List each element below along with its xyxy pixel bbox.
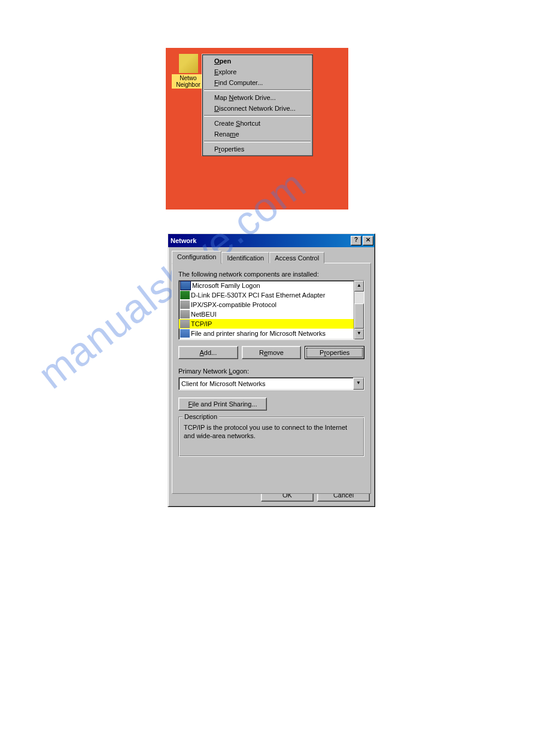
tab-panel-configuration: The following network components are ins… [172,263,371,494]
list-item-selected[interactable]: TCP/IP [179,319,354,329]
combo-value: Client for Microsoft Networks [179,380,353,387]
properties-button[interactable]: Properties [305,346,364,359]
protocol-icon [180,310,190,318]
menu-explore[interactable]: Explore [203,66,311,77]
tab-configuration[interactable]: Configuration [172,251,221,264]
remove-button[interactable]: Remove [242,346,302,359]
context-menu: Open Explore Find Computer... Map Networ… [202,54,313,156]
help-button[interactable]: ? [351,236,361,245]
window-title: Network [171,237,349,244]
description-groupbox: Description TCP/IP is the protocol you u… [178,417,364,457]
scroll-down-button[interactable]: ▼ [354,329,364,339]
list-item[interactable]: Microsoft Family Logon [179,281,354,290]
primary-logon-label: Primary Network Logon: [178,368,364,375]
scrollbar[interactable]: ▲ ▼ [354,281,364,339]
desktop-background: Netwo Neighbor Open Explore Find Compute… [166,48,348,210]
tab-identification[interactable]: Identification [221,252,269,263]
client-icon [180,281,191,290]
file-print-sharing-button[interactable]: File and Print Sharing... [178,397,267,411]
protocol-icon [180,320,190,328]
description-legend: Description [183,413,219,420]
menu-separator [204,89,311,91]
adapter-icon [180,291,190,299]
list-item[interactable]: NetBEUI [179,309,354,319]
list-item[interactable]: File and printer sharing for Microsoft N… [179,329,354,338]
components-listbox[interactable]: Microsoft Family Logon D-Link DFE-530TX … [178,280,364,340]
menu-disconnect-network-drive[interactable]: Disconnect Network Drive... [203,103,311,114]
service-icon [180,329,190,338]
list-item[interactable]: D-Link DFE-530TX PCI Fast Ethernet Adapt… [179,290,354,300]
computer-network-icon [179,54,198,73]
protocol-icon [180,300,190,309]
network-dialog: Network ? ✕ Configuration Identification… [168,233,375,507]
list-item[interactable]: IPX/SPX-compatible Protocol [179,300,354,309]
menu-open[interactable]: Open [203,56,311,66]
menu-create-shortcut[interactable]: Create Shortcut [203,118,311,129]
scroll-track[interactable] [354,292,364,329]
tab-strip: Configuration Identification Access Cont… [172,251,371,263]
close-button[interactable]: ✕ [363,236,373,245]
menu-separator [204,115,311,117]
primary-logon-combo[interactable]: Client for Microsoft Networks ▼ [178,377,364,390]
components-label: The following network components are ins… [178,271,364,278]
menu-map-network-drive[interactable]: Map Network Drive... [203,92,311,103]
description-text: TCP/IP is the protocol you use to connec… [184,423,359,441]
add-button[interactable]: Add... [178,346,238,359]
network-neighborhood-icon[interactable]: Netwo Neighbor [172,54,205,89]
scroll-up-button[interactable]: ▲ [354,281,364,292]
menu-find-computer[interactable]: Find Computer... [203,77,311,88]
tab-access-control[interactable]: Access Control [269,252,324,263]
desktop-icon-label: Netwo Neighbor [172,74,205,89]
menu-rename[interactable]: Rename [203,129,311,139]
menu-separator [204,141,311,142]
menu-properties[interactable]: Properties [203,144,311,154]
titlebar[interactable]: Network ? ✕ [168,234,375,247]
scroll-thumb[interactable] [354,303,364,329]
dropdown-arrow-icon[interactable]: ▼ [353,378,364,390]
